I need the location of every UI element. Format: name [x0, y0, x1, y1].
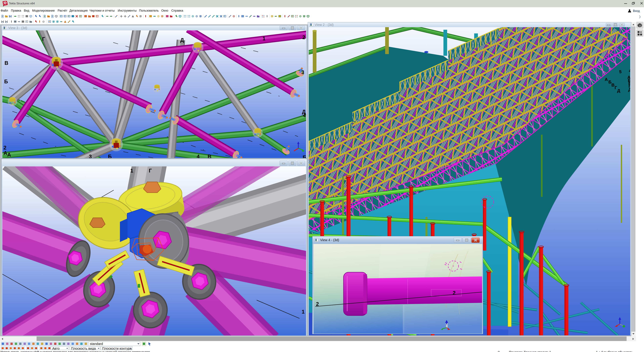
- svg-text:1: 1: [262, 36, 266, 42]
- svg-text:Б: Б: [4, 78, 8, 84]
- svg-text:1: 1: [302, 309, 304, 315]
- svg-text:4: 4: [629, 68, 630, 73]
- svg-text:Б: Б: [303, 154, 306, 158]
- svg-text:Б: Б: [608, 80, 612, 84]
- svg-text:2: 2: [302, 34, 305, 40]
- svg-text:В: В: [4, 60, 8, 66]
- svg-text:А: А: [605, 77, 608, 82]
- svg-text:Б: Б: [108, 154, 112, 158]
- svg-text:Д: Д: [628, 87, 630, 92]
- svg-text:1: 1: [130, 168, 133, 174]
- svg-text:Г: Г: [42, 36, 45, 42]
- svg-text:4: 4: [197, 154, 200, 158]
- svg-text:Д: Д: [180, 37, 184, 43]
- svg-text:Г: Г: [149, 168, 152, 174]
- svg-text:2: 2: [316, 301, 319, 307]
- svg-text:3: 3: [89, 154, 92, 158]
- svg-text:4: 4: [303, 112, 306, 118]
- svg-text:2: 2: [4, 145, 6, 151]
- svg-text:В: В: [612, 82, 614, 88]
- svg-text:Г: Г: [614, 85, 617, 90]
- svg-text:А: А: [7, 152, 11, 158]
- svg-text:2: 2: [453, 290, 456, 296]
- svg-text:В: В: [208, 154, 211, 158]
- svg-text:3: 3: [301, 69, 304, 75]
- svg-text:А: А: [4, 150, 7, 156]
- svg-text:5: 5: [619, 69, 622, 74]
- svg-text:Д: Д: [617, 88, 620, 93]
